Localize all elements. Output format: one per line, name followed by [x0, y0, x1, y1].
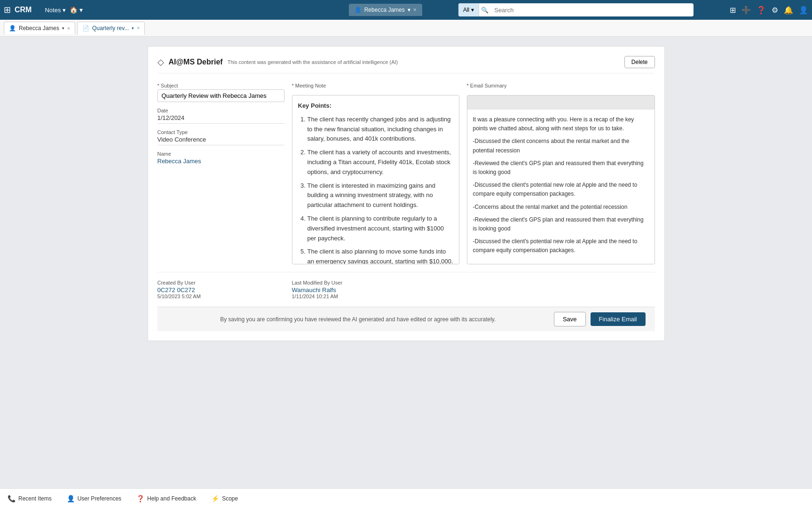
sub-tab-rebecca-close-icon[interactable]: ×	[67, 26, 70, 31]
sub-tab-user-icon: 👤	[9, 25, 16, 32]
nav-center: Notes ▾ 🏠 ▾	[35, 6, 345, 14]
email-bullet-4: -Concerns about the rental market and th…	[473, 203, 649, 212]
apps-grid-icon[interactable]: ⊞	[730, 6, 736, 15]
app-title: CRM	[15, 6, 32, 14]
main-content: ◇ AI@MS Debrief This content was generat…	[0, 37, 812, 488]
phone-icon: 📞	[8, 495, 16, 502]
grid-icon[interactable]: ⊞	[4, 5, 11, 15]
search-container: All ▾ 🔍	[458, 3, 694, 16]
email-summary-wrapper: It was a pleasure connecting with you. H…	[467, 95, 655, 264]
name-link[interactable]: Rebecca James	[158, 158, 201, 165]
search-all-chevron-icon: ▾	[471, 7, 474, 13]
meeting-note-item-5: The client is also planning to move some…	[307, 247, 453, 264]
top-nav-bar: ⊞ CRM Notes ▾ 🏠 ▾ 👤 Rebecca James ▾ × Al…	[0, 0, 812, 20]
ai-title-group: ◇ AI@MS Debrief This content was generat…	[158, 57, 398, 67]
created-by-field: Created By User 0C272 0C272 5/10/2023 5:…	[158, 280, 284, 299]
subject-label: * Subject	[158, 83, 284, 88]
nav-tab-rebecca[interactable]: 👤 Rebecca James ▾ ×	[349, 4, 422, 16]
bottom-scope[interactable]: ⚡ Scope	[211, 495, 238, 502]
sub-tab-quarterly-label: Quarterly rev...	[92, 25, 129, 32]
notes-chevron-icon: ▾	[63, 7, 66, 14]
email-bullet-6: -Discussed the client's potential new ro…	[473, 237, 649, 255]
date-field: Date 1/12/2024	[158, 108, 284, 124]
subject-input[interactable]	[158, 89, 284, 102]
email-summary-label: * Email Summary	[467, 83, 655, 88]
modified-by-link[interactable]: Wamauchi Ralfs	[292, 286, 336, 294]
user-avatar[interactable]: 👤	[799, 6, 808, 15]
sub-tab-quarterly-chevron-icon[interactable]: ▾	[132, 26, 134, 31]
modified-by-label: Last Modified By User	[292, 280, 655, 286]
nav-tab-chevron-icon[interactable]: ▾	[408, 7, 410, 13]
delete-button[interactable]: Delete	[624, 56, 655, 68]
meeting-note-item-4: The client is planning to contribute reg…	[307, 214, 453, 243]
metadata-section: Created By User 0C272 0C272 5/10/2023 5:…	[158, 272, 655, 299]
ai-debrief-header: ◇ AI@MS Debrief This content was generat…	[158, 56, 655, 73]
contact-type-value: Video Conference	[158, 136, 284, 145]
form-grid: * Subject Date 1/12/2024 Contact Type Vi…	[158, 83, 655, 264]
form-left-section: * Subject Date 1/12/2024 Contact Type Vi…	[158, 83, 284, 264]
email-opening: It was a pleasure connecting with you. H…	[473, 115, 649, 133]
help-feedback-label: Help and Feedback	[147, 495, 196, 502]
search-input[interactable]	[490, 7, 694, 14]
bottom-recent-items[interactable]: 📞 Recent Items	[8, 495, 52, 502]
email-summary-body[interactable]: It was a pleasure connecting with you. H…	[467, 110, 654, 264]
ai-debrief-card: ◇ AI@MS Debrief This content was generat…	[148, 46, 665, 341]
user-preferences-label: User Preferences	[78, 495, 121, 502]
search-area: All ▾ 🔍	[426, 3, 726, 16]
tab-user-icon: 👤	[355, 7, 362, 13]
settings-icon[interactable]: ⚙	[772, 6, 778, 15]
email-bullet-1: -Discussed the client concerns about the…	[473, 137, 649, 155]
ai-diamond-icon: ◇	[158, 57, 164, 67]
bottom-bar: 📞 Recent Items 👤 User Preferences ❓ Help…	[0, 488, 812, 508]
email-bullet-5: -Reviewed the client's GPS plan and reas…	[473, 215, 649, 233]
ai-debrief-subtitle: This content was generated with the assi…	[228, 59, 398, 65]
contact-type-field: Contact Type Video Conference	[158, 129, 284, 145]
nav-tab-label: Rebecca James	[364, 7, 405, 13]
meeting-note-scroll[interactable]: Key Points: The client has recently chan…	[292, 95, 459, 264]
name-field: Name Rebecca James	[158, 151, 284, 165]
sub-tab-doc-icon: 📄	[82, 25, 89, 32]
meeting-note-item-1: The client has recently changed jobs and…	[307, 115, 453, 144]
home-icon[interactable]: 🏠 ▾	[70, 6, 83, 14]
search-magnifier-icon: 🔍	[479, 7, 490, 14]
tab-area: 👤 Rebecca James ▾ ×	[349, 4, 422, 16]
key-points-heading: Key Points:	[298, 101, 453, 111]
search-all-button[interactable]: All ▾	[458, 3, 479, 16]
sub-tab-quarterly[interactable]: 📄 Quarterly rev... ▾ ×	[77, 22, 145, 35]
name-label: Name	[158, 151, 284, 157]
user-prefs-icon: 👤	[67, 495, 75, 502]
modified-by-field: Last Modified By User Wamauchi Ralfs 1/1…	[292, 280, 655, 299]
notifications-icon[interactable]: 🔔	[784, 6, 793, 15]
help-feedback-icon: ❓	[136, 495, 144, 502]
notes-label: Notes	[45, 7, 61, 14]
save-bar: By saving you are confirming you have re…	[158, 307, 655, 331]
save-button[interactable]: Save	[554, 312, 586, 326]
ai-debrief-title: AI@MS Debrief	[169, 58, 223, 66]
help-icon[interactable]: ❓	[757, 6, 766, 15]
meeting-note-label: * Meeting Note	[292, 83, 459, 88]
search-all-label: All	[463, 7, 469, 13]
created-by-link[interactable]: 0C272 0C272	[158, 286, 195, 294]
date-value: 1/12/2024	[158, 114, 284, 124]
bottom-user-preferences[interactable]: 👤 User Preferences	[67, 495, 121, 502]
sub-tab-quarterly-close-icon[interactable]: ×	[137, 25, 140, 31]
notes-dropdown-button[interactable]: Notes ▾	[45, 7, 66, 14]
save-message: By saving you are confirming you have re…	[167, 316, 549, 323]
meeting-note-item-3: The client is interested in maximizing g…	[307, 181, 453, 210]
nav-tab-close-icon[interactable]: ×	[413, 7, 417, 13]
add-icon[interactable]: ➕	[741, 6, 751, 15]
contact-type-label: Contact Type	[158, 129, 284, 135]
email-summary-section: * Email Summary It was a pleasure connec…	[467, 83, 655, 264]
sub-tab-rebecca-chevron-icon[interactable]: ▾	[62, 26, 64, 31]
meeting-note-item-2: The client has a variety of accounts and…	[307, 148, 453, 177]
bottom-help-feedback[interactable]: ❓ Help and Feedback	[136, 495, 196, 502]
modified-date: 1/11/2024 10:21 AM	[292, 294, 655, 299]
finalize-email-button[interactable]: Finalize Email	[591, 312, 646, 326]
date-label: Date	[158, 108, 284, 113]
created-date: 5/10/2023 5:02 AM	[158, 294, 284, 299]
email-bullet-2: -Reviewed the client's GPS plan and reas…	[473, 159, 649, 177]
created-by-label: Created By User	[158, 280, 284, 286]
sub-tab-rebecca[interactable]: 👤 Rebecca James ▾ ×	[4, 22, 75, 34]
email-summary-top-bar	[467, 95, 654, 110]
meeting-note-section: * Meeting Note Key Points: The client ha…	[292, 83, 459, 264]
